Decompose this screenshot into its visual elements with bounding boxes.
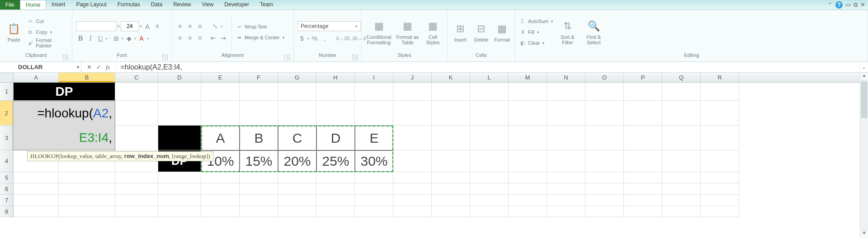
cell-m6[interactable]	[509, 183, 547, 195]
cell-i6[interactable]	[355, 183, 393, 195]
cell-c6[interactable]	[115, 183, 158, 195]
cell-g5[interactable]	[278, 172, 316, 183]
cell-d6[interactable]	[158, 183, 201, 195]
col-header-o[interactable]: O	[585, 73, 624, 82]
tab-data[interactable]: Data	[146, 0, 168, 9]
font-launcher-icon[interactable]: ↘	[162, 55, 168, 60]
cell-p4[interactable]	[624, 150, 662, 172]
cell-m5[interactable]	[509, 172, 547, 183]
accounting-button[interactable]: $	[297, 34, 307, 43]
col-header-i[interactable]: I	[355, 73, 393, 82]
cell-g3[interactable]: C	[278, 126, 316, 150]
merge-center-button[interactable]: ⬌Merge & Center▾	[236, 33, 284, 42]
cell-k7[interactable]	[432, 195, 470, 206]
align-bottom-button[interactable]: ≡	[195, 22, 204, 31]
scroll-down-icon[interactable]: ▼	[860, 230, 868, 238]
col-header-q[interactable]: Q	[662, 73, 701, 82]
font-name-combo[interactable]	[76, 21, 117, 31]
cancel-formula-icon[interactable]: ✕	[87, 64, 92, 70]
col-header-f[interactable]: F	[240, 73, 278, 82]
number-format-combo[interactable]: Percentage▾	[297, 21, 361, 31]
cell-o3[interactable]	[585, 126, 624, 150]
scroll-thumb[interactable]	[861, 82, 867, 118]
cell-i4[interactable]: 30%	[355, 150, 393, 172]
cell-k4[interactable]	[432, 150, 470, 172]
cell-n3[interactable]	[547, 126, 585, 150]
cell-q8[interactable]	[662, 206, 701, 217]
delete-cells-button[interactable]: ⊟Delete	[472, 22, 490, 42]
cell-r1[interactable]	[701, 83, 739, 101]
tab-formulas[interactable]: Formulas	[112, 0, 146, 9]
cell-l5[interactable]	[470, 172, 509, 183]
col-header-e[interactable]: E	[201, 73, 240, 82]
shrink-font-button[interactable]: A	[153, 22, 162, 31]
row-header-8[interactable]: 8	[0, 206, 14, 217]
cell-e8[interactable]	[201, 206, 240, 217]
cell-i2[interactable]	[355, 101, 393, 126]
tab-page-layout[interactable]: Page Layout	[71, 0, 112, 9]
col-header-n[interactable]: N	[547, 73, 585, 82]
cell-h5[interactable]	[316, 172, 355, 183]
conditional-formatting-button[interactable]: ▦Conditional Formatting	[365, 19, 392, 45]
col-header-h[interactable]: H	[316, 73, 355, 82]
cell-k1[interactable]	[432, 83, 470, 101]
cell-o2[interactable]	[585, 101, 624, 126]
tab-insert[interactable]: Insert	[46, 0, 71, 9]
cell-c2[interactable]	[115, 101, 158, 126]
name-box[interactable]: DOLLAR▾	[0, 62, 81, 72]
cell-e6[interactable]	[201, 183, 240, 195]
cell-j3[interactable]	[393, 126, 432, 150]
ribbon-collapse-icon[interactable]: ⌃	[828, 1, 833, 8]
find-select-button[interactable]: 🔍Find & Select	[582, 19, 605, 45]
cell-j4[interactable]	[393, 150, 432, 172]
cell-h1[interactable]	[316, 83, 355, 101]
cell-m1[interactable]	[509, 83, 547, 101]
cell-q5[interactable]	[662, 172, 701, 183]
enter-formula-icon[interactable]: ✓	[96, 64, 101, 70]
cell-a6[interactable]	[14, 183, 59, 195]
border-button[interactable]: ⊞	[112, 34, 121, 43]
cell-f4[interactable]: 15%	[240, 150, 278, 172]
cell-p1[interactable]	[624, 83, 662, 101]
cell-d8[interactable]	[158, 206, 201, 217]
cell-h6[interactable]	[316, 183, 355, 195]
tab-team[interactable]: Team	[255, 0, 278, 9]
cell-r3[interactable]	[701, 126, 739, 150]
cell-n7[interactable]	[547, 195, 585, 206]
cell-o8[interactable]	[585, 206, 624, 217]
cell-g1[interactable]	[278, 83, 316, 101]
cell-r8[interactable]	[701, 206, 739, 217]
align-right-button[interactable]: ≡	[195, 33, 204, 42]
cell-b5[interactable]	[59, 172, 115, 183]
formula-bar-input[interactable]: =hlookup(A2,E3:I4,	[116, 62, 859, 72]
font-size-combo[interactable]	[121, 21, 139, 31]
align-middle-button[interactable]: ≡	[185, 22, 194, 31]
cell-q1[interactable]	[662, 83, 701, 101]
cell-k6[interactable]	[432, 183, 470, 195]
tab-review[interactable]: Review	[168, 0, 196, 9]
editing-cell[interactable]: =hlookup(A2, E3:I4,	[13, 101, 115, 150]
cell-l4[interactable]	[470, 150, 509, 172]
cell-p6[interactable]	[624, 183, 662, 195]
cell-l1[interactable]	[470, 83, 509, 101]
cell-h2[interactable]	[316, 101, 355, 126]
cell-m4[interactable]	[509, 150, 547, 172]
cell-f5[interactable]	[240, 172, 278, 183]
col-header-m[interactable]: M	[509, 73, 547, 82]
cell-b6[interactable]	[59, 183, 115, 195]
col-header-j[interactable]: J	[393, 73, 432, 82]
cell-f7[interactable]	[240, 195, 278, 206]
cell-n1[interactable]	[547, 83, 585, 101]
cell-l3[interactable]	[470, 126, 509, 150]
alignment-launcher-icon[interactable]: ↘	[284, 55, 290, 60]
col-header-p[interactable]: P	[624, 73, 662, 82]
cell-k8[interactable]	[432, 206, 470, 217]
cell-r2[interactable]	[701, 101, 739, 126]
underline-button[interactable]: U	[96, 34, 105, 43]
col-header-k[interactable]: K	[432, 73, 470, 82]
cell-f6[interactable]	[240, 183, 278, 195]
align-left-button[interactable]: ≡	[175, 33, 184, 42]
cell-h4[interactable]: 25%	[316, 150, 355, 172]
col-header-g[interactable]: G	[278, 73, 316, 82]
col-header-a[interactable]: A	[14, 73, 59, 82]
